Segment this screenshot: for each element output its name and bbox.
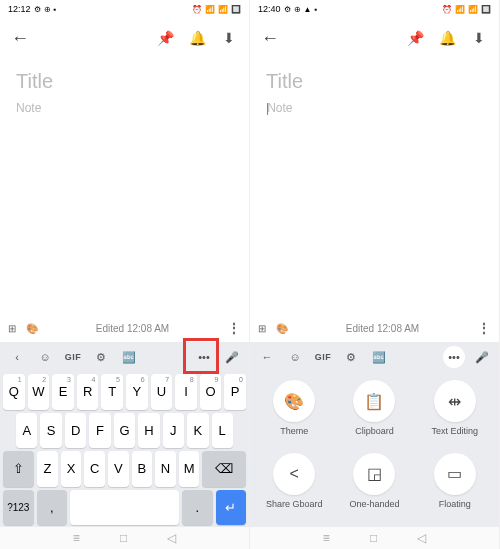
key-q[interactable]: Q1 [3,374,25,410]
key-f[interactable]: F [89,413,110,449]
back-toolbar-icon[interactable]: ← [256,346,278,368]
comma-key[interactable]: , [37,490,68,526]
translate-icon[interactable]: 🔤 [368,346,390,368]
enter-key[interactable]: ↵ [216,490,247,526]
key-o[interactable]: O9 [200,374,222,410]
key-r[interactable]: R4 [77,374,99,410]
back-button[interactable]: ← [258,26,282,50]
tool-text-editing[interactable]: ⇹Text Editing [417,380,493,447]
more-icon[interactable]: ⋮ [227,320,241,336]
key-d[interactable]: D [65,413,86,449]
one-handed-icon: ◲ [353,453,395,495]
gear-icon[interactable]: ⚙ [90,346,112,368]
symbols-key[interactable]: ?123 [3,490,34,526]
translate-icon[interactable]: 🔤 [118,346,140,368]
key-k[interactable]: K [187,413,208,449]
nav-bar: ≡ □ ◁ [250,527,499,549]
key-b[interactable]: B [132,451,153,487]
pin-icon[interactable]: 📌 [403,26,427,50]
key-a[interactable]: A [16,413,37,449]
back-button[interactable]: ← [8,26,32,50]
theme-icon: 🎨 [273,380,315,422]
home-icon[interactable]: □ [370,531,377,545]
key-l[interactable]: L [212,413,233,449]
gear-icon[interactable]: ⚙ [340,346,362,368]
shift-key[interactable]: ⇧ [3,451,34,487]
tool-clipboard[interactable]: 📋Clipboard [336,380,412,447]
key-t[interactable]: T5 [101,374,123,410]
note-input[interactable]: Note [16,101,233,115]
sticker-icon[interactable]: ☺ [34,346,56,368]
share-gboard-icon: < [273,453,315,495]
mic-icon[interactable]: 🎤 [471,346,493,368]
tool-one-handed[interactable]: ◲One-handed [336,453,412,520]
space-key[interactable] [70,490,179,526]
bell-icon[interactable]: 🔔 [185,26,209,50]
key-z[interactable]: Z [37,451,58,487]
title-input[interactable]: Title [16,70,233,93]
more-icon[interactable]: ⋮ [477,320,491,336]
gif-button[interactable]: GIF [312,346,334,368]
archive-icon[interactable]: ⬇ [467,26,491,50]
edited-label: Edited 12:08 AM [298,323,467,334]
keyboard: Q1W2E3R4T5Y6U7I8O9P0 ASDFGHJKL ⇧ ZXCVBNM… [0,372,249,527]
archive-icon[interactable]: ⬇ [217,26,241,50]
tool-theme[interactable]: 🎨Theme [256,380,332,447]
floating-icon: ▭ [434,453,476,495]
home-icon[interactable]: □ [120,531,127,545]
keyboard-tools-grid: 🎨Theme📋Clipboard⇹Text Editing<Share Gboa… [250,372,499,527]
title-input[interactable]: Title [266,70,483,93]
note-content[interactable]: Title Note [250,58,499,314]
status-bar: 12:12⚙⊕▪ ⏰📶📶🔲 [0,0,249,18]
back-nav-icon[interactable]: ◁ [167,531,176,545]
recents-icon[interactable]: ≡ [73,531,80,545]
key-v[interactable]: V [108,451,129,487]
add-icon[interactable]: ⊞ [258,323,266,334]
note-input[interactable]: Note [266,101,483,115]
key-w[interactable]: W2 [28,374,50,410]
chevron-left-icon[interactable]: ‹ [6,346,28,368]
gif-button[interactable]: GIF [62,346,84,368]
backspace-key[interactable]: ⌫ [202,451,246,487]
note-bottom-bar: ⊞ 🎨 Edited 12:08 AM ⋮ [250,314,499,342]
nav-bar: ≡ □ ◁ [0,527,249,549]
tool-floating[interactable]: ▭Floating [417,453,493,520]
keyboard-toolbar: ← ☺ GIF ⚙ 🔤 ••• 🎤 [250,342,499,372]
back-nav-icon[interactable]: ◁ [417,531,426,545]
recents-icon[interactable]: ≡ [323,531,330,545]
pin-icon[interactable]: 📌 [153,26,177,50]
highlight-more-tools [183,338,219,374]
key-n[interactable]: N [155,451,176,487]
text-editing-icon: ⇹ [434,380,476,422]
bell-icon[interactable]: 🔔 [435,26,459,50]
key-h[interactable]: H [138,413,159,449]
note-content[interactable]: Title Note [0,58,249,314]
key-e[interactable]: E3 [52,374,74,410]
key-g[interactable]: G [114,413,135,449]
key-j[interactable]: J [163,413,184,449]
palette-icon[interactable]: 🎨 [26,323,38,334]
add-icon[interactable]: ⊞ [8,323,16,334]
clipboard-icon: 📋 [353,380,395,422]
key-s[interactable]: S [40,413,61,449]
mic-icon[interactable]: 🎤 [221,346,243,368]
tool-share-gboard[interactable]: <Share Gboard [256,453,332,520]
status-bar: 12:40⚙⊕▲▪ ⏰📶📶🔲 [250,0,499,18]
key-x[interactable]: X [61,451,82,487]
app-toolbar: ← 📌 🔔 ⬇ [0,18,249,58]
key-y[interactable]: Y6 [126,374,148,410]
edited-label: Edited 12:08 AM [48,323,217,334]
more-tools-icon[interactable]: ••• [443,346,465,368]
settings-icon: ⚙ [34,5,41,14]
palette-icon[interactable]: 🎨 [276,323,288,334]
key-u[interactable]: U7 [151,374,173,410]
key-m[interactable]: M [179,451,200,487]
app-toolbar: ← 📌 🔔 ⬇ [250,18,499,58]
key-c[interactable]: C [84,451,105,487]
sticker-icon[interactable]: ☺ [284,346,306,368]
key-i[interactable]: I8 [175,374,197,410]
key-p[interactable]: P0 [224,374,246,410]
period-key[interactable]: . [182,490,213,526]
